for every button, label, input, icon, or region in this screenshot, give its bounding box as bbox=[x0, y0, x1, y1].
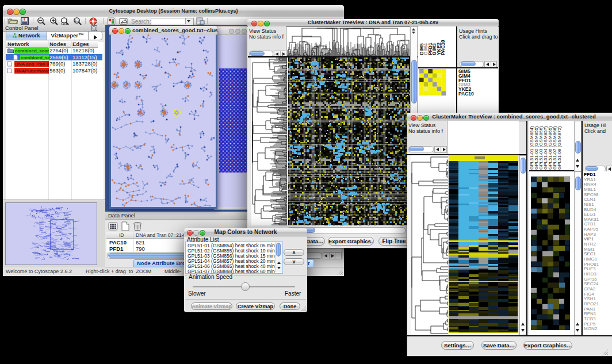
svg-text:1:1: 1:1 bbox=[75, 19, 79, 22]
